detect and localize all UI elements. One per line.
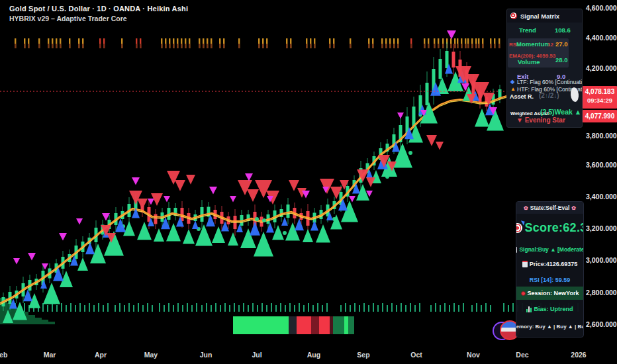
momentum-value: 27.0 [555,41,568,48]
price-axis-label: 3,000.000 [586,256,617,264]
asset-watermark: (2↑/2↓) [539,92,559,99]
broker-watermark-logo[interactable] [493,320,519,343]
volume-value: 28.0 [555,57,568,64]
price-axis-label: 3,200.000 [586,224,617,232]
price-axis-label: 2,800.000 [586,289,617,296]
time-axis-label: Feb [0,351,7,359]
current-price-value: 4,078.183 [583,88,617,95]
time-axis-label: Apr [95,351,107,359]
price-axis-label: 3,600.000 [586,161,617,169]
candle-pattern-label: ▼ Evening Star [516,117,565,124]
time-axis-label: Dec [516,351,528,359]
score-value: Score:62.3 [524,221,584,235]
rsi-value: RSI [14]: 59.59 [530,277,571,283]
trend-value: 108.6 [555,27,571,34]
weighted-assist-value: (2.5)Weak ▲ [540,109,581,116]
time-axis-label: Aug [307,351,320,359]
indicator-title: HYBRIX v29 – Adaptive Trader Core [9,15,188,23]
time-axis-label: Oct [410,351,422,359]
dartboard-icon [516,223,522,233]
signal-matrix-header: Signal Matrix [507,9,582,23]
flower-icon: ✿ [524,205,528,211]
signal-row: ✓ Signal:Buy ▲ [Moderate] [516,246,583,253]
session-icon [521,291,526,296]
symbol-title: Gold Spot / U.S. Dollar · 1D · OANDA · H… [9,5,188,13]
price-axis-label: 4,600.000 [586,4,617,12]
secondary-price-badge: 4,077.990 [583,110,617,122]
ltf-status: LTF: Flag 60% [Continuation] [517,79,583,85]
time-axis-label: Nov [467,351,480,359]
trend-label: Trend [519,27,536,34]
session-row: Session: NewYork [516,287,583,300]
state-panel-title: State:Self-Eval [530,205,570,211]
signal-matrix-title: Signal Matrix [520,13,559,20]
price-value: Price:4126.69375 [530,261,578,267]
time-axis-label: Sep [357,351,369,359]
time-axis-label: Jun [200,351,213,359]
price-axis[interactable]: 4,078.183 09:34:29 4,077.990 4,600.0004,… [583,0,617,345]
volume-label: Volume [518,59,540,66]
chart-title-block: Gold Spot / U.S. Dollar · 1D · OANDA · H… [9,5,188,23]
memory-row: ✕ Memory: Buy ▲ | Buy ▲ | Buy ▲ [516,322,583,330]
rsi-row: RSI [14]: 59.59 [516,276,583,284]
price-axis-label: 3,400.000 [586,193,617,201]
calculator-icon [522,261,528,267]
price-row: Price:4126.69375 [516,260,583,268]
time-axis-label: May [144,351,158,359]
score-row: Score:62.3 [516,219,583,236]
current-price-badge: 4,078.183 09:34:29 [583,86,617,109]
asset-label: Asset R. [510,94,534,100]
momentum-length-label: 12 [547,42,553,48]
signal-value: Signal:Buy ▲ [Moderate] [519,246,584,253]
price-axis-label: 3,800.000 [586,132,617,140]
memory-value: Memory: Buy ▲ | Buy ▲ | Buy ▲ [516,324,584,330]
bar-countdown: 09:34:29 [583,97,617,104]
state-panel-header: ✿ State:Self-Eval ✿ [516,202,583,214]
bias-row: Bias: Uptrend [516,305,583,313]
trading-chart-app: Gold Spot / U.S. Dollar · 1D · OANDA · H… [0,0,617,364]
time-axis-label: Mar [44,351,56,359]
htf-arrow-icon: ▲ [510,87,516,92]
time-axis-label: Jul [252,351,261,359]
time-axis[interactable]: FebMarAprMayJunJulAugSepOctNovDec2026 [0,345,617,364]
time-axis-label: 2026 [571,351,586,359]
checkbox-icon: ✓ [516,247,517,253]
price-axis-label: 2,600.000 [586,320,617,328]
state-self-eval-panel: ✿ State:Self-Eval ✿ Score:62.3 ✓ Signal:… [516,201,584,338]
signal-matrix-panel: Signal Matrix Trend 108.6 RSI Momentum 1… [506,9,583,128]
ltf-diamond-icon: ◆ [510,79,514,85]
price-axis-label: 4,400.000 [586,34,617,42]
bar-chart-icon [526,306,532,312]
price-axis-label: 4,200.000 [586,64,617,72]
target-icon [510,13,517,19]
bias-value: Bias: Uptrend [534,306,573,312]
session-value: Session: NewYork [528,290,579,296]
flower-icon: ✿ [571,205,576,211]
momentum-label: Momentum [516,41,550,48]
